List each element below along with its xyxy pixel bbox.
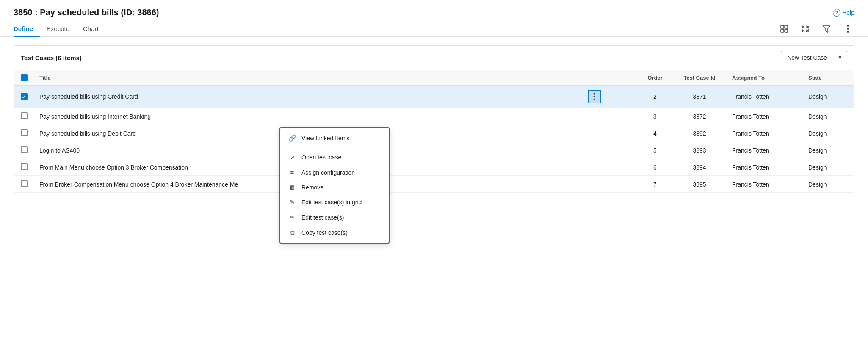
col-header-title: Title xyxy=(34,70,583,86)
ctx-icon-edit: ✏ xyxy=(288,214,296,221)
ctx-label-copy: Copy test case(s) xyxy=(301,229,348,236)
grid-view-button[interactable] xyxy=(777,22,791,36)
col-header-actions xyxy=(583,70,638,86)
row-menu-cell-6 xyxy=(583,176,638,193)
main-content: Test Cases (6 items) New Test Case ▼ − T… xyxy=(0,37,868,202)
row-context-menu-button-1[interactable] xyxy=(588,90,601,103)
row-checkbox-1: ✓ xyxy=(14,86,34,108)
page-title: 3850 : Pay scheduled bills (ID: 3866) xyxy=(14,8,159,17)
row-dots-3 xyxy=(588,132,636,135)
row-dots-2 xyxy=(588,115,636,118)
test-cases-table-wrap: − Title Order Test Case Id Assigned To S… xyxy=(14,70,854,193)
row-test-case-id-5: 3894 xyxy=(672,159,727,176)
row-checkbox-5 xyxy=(14,159,34,176)
row-state-2: Design xyxy=(803,108,854,125)
checkbox-4[interactable] xyxy=(21,146,28,153)
ctx-label-edit-grid: Edit test case(s) in grid xyxy=(301,199,362,206)
col-header-test-case-id: Test Case Id xyxy=(672,70,727,86)
more-options-button[interactable] xyxy=(841,22,854,36)
table-row: Pay scheduled bills using Internet Banki… xyxy=(14,108,854,125)
row-state-6: Design xyxy=(803,176,854,193)
row-menu-cell-4 xyxy=(583,142,638,159)
row-checkbox-2 xyxy=(14,108,34,125)
ctx-divider xyxy=(280,148,389,148)
checkbox-6[interactable] xyxy=(21,180,28,187)
toolbar-icons xyxy=(777,22,854,36)
col-header-checkbox: − xyxy=(14,70,34,86)
test-cases-panel: Test Cases (6 items) New Test Case ▼ − T… xyxy=(14,45,854,193)
new-test-case-label: New Test Case xyxy=(781,51,833,64)
checkbox-5[interactable] xyxy=(21,163,28,170)
ctx-icon-view-linked: 🔗 xyxy=(288,134,296,142)
new-test-case-button[interactable]: New Test Case ▼ xyxy=(781,51,847,64)
context-menu: 🔗View Linked Items↗Open test case≡Assign… xyxy=(279,127,390,244)
row-menu-cell-2 xyxy=(583,108,638,125)
ctx-item-open-test-case[interactable]: ↗Open test case xyxy=(280,150,389,165)
new-test-case-chevron-icon[interactable]: ▼ xyxy=(833,52,847,64)
checkbox-2[interactable] xyxy=(21,112,28,119)
ctx-icon-edit-grid: ✎ xyxy=(288,198,296,206)
svg-rect-0 xyxy=(781,25,784,28)
ctx-item-remove[interactable]: 🗑Remove xyxy=(280,180,389,195)
row-checkbox-3 xyxy=(14,125,34,142)
row-order-1: 2 xyxy=(638,86,672,108)
ctx-label-open-test-case: Open test case xyxy=(301,154,341,161)
row-title-1: Pay scheduled bills using Credit Card xyxy=(34,86,583,108)
row-assigned-to-1: Francis Totten xyxy=(727,86,803,108)
svg-marker-8 xyxy=(823,26,830,32)
ctx-icon-open-test-case: ↗ xyxy=(288,153,296,161)
ctx-item-assign-config[interactable]: ≡Assign configuration xyxy=(280,165,389,180)
svg-point-10 xyxy=(847,28,849,30)
svg-point-13 xyxy=(594,96,595,98)
tab-chart[interactable]: Chart xyxy=(83,21,105,36)
ctx-label-view-linked: View Linked Items xyxy=(301,135,349,142)
help-link[interactable]: ? Help xyxy=(833,9,854,17)
row-state-4: Design xyxy=(803,142,854,159)
tab-execute[interactable]: Execute xyxy=(47,21,76,36)
row-order-4: 5 xyxy=(638,142,672,159)
col-header-assigned-to: Assigned To xyxy=(727,70,803,86)
select-all-checkbox[interactable]: − xyxy=(21,74,28,81)
col-header-state: State xyxy=(803,70,854,86)
row-state-3: Design xyxy=(803,125,854,142)
expand-button[interactable] xyxy=(799,22,812,36)
checkbox-3[interactable] xyxy=(21,129,28,136)
ctx-item-view-linked[interactable]: 🔗View Linked Items xyxy=(280,131,389,146)
svg-point-14 xyxy=(594,99,595,100)
row-state-5: Design xyxy=(803,159,854,176)
row-checkbox-6 xyxy=(14,176,34,193)
ctx-item-edit-grid[interactable]: ✎Edit test case(s) in grid xyxy=(280,195,389,210)
row-test-case-id-6: 3895 xyxy=(672,176,727,193)
row-dots-6 xyxy=(588,183,636,186)
table-header-row: − Title Order Test Case Id Assigned To S… xyxy=(14,70,854,86)
table-row: From Main Menu choose Option 3 Broker Co… xyxy=(14,159,854,176)
table-row: ✓Pay scheduled bills using Credit Card23… xyxy=(14,86,854,108)
filter-button[interactable] xyxy=(820,22,833,36)
row-assigned-to-6: Francis Totten xyxy=(727,176,803,193)
row-menu-cell-1 xyxy=(583,86,638,108)
row-menu-cell-5 xyxy=(583,159,638,176)
row-test-case-id-2: 3872 xyxy=(672,108,727,125)
svg-rect-2 xyxy=(781,29,784,32)
row-checkbox-4 xyxy=(14,142,34,159)
row-test-case-id-1: 3871 xyxy=(672,86,727,108)
row-title-2: Pay scheduled bills using Internet Banki… xyxy=(34,108,583,125)
page: 3850 : Pay scheduled bills (ID: 3866) ? … xyxy=(0,0,868,351)
help-label: Help xyxy=(842,9,854,16)
row-order-3: 4 xyxy=(638,125,672,142)
row-order-2: 3 xyxy=(638,108,672,125)
ctx-label-assign-config: Assign configuration xyxy=(301,169,355,176)
svg-point-12 xyxy=(594,93,595,95)
ctx-item-edit[interactable]: ✏Edit test case(s) xyxy=(280,210,389,225)
checkbox-1[interactable]: ✓ xyxy=(21,93,28,100)
row-test-case-id-4: 3893 xyxy=(672,142,727,159)
tabs-bar: Define Execute Chart xyxy=(0,21,868,37)
ctx-item-copy[interactable]: ⧉Copy test case(s) xyxy=(280,225,389,240)
row-dots-4 xyxy=(588,149,636,152)
test-cases-table-body: ✓Pay scheduled bills using Credit Card23… xyxy=(14,86,854,193)
panel-header: Test Cases (6 items) New Test Case ▼ xyxy=(14,46,854,70)
tab-define[interactable]: Define xyxy=(14,21,40,36)
row-assigned-to-5: Francis Totten xyxy=(727,159,803,176)
svg-point-9 xyxy=(847,25,849,27)
top-bar: 3850 : Pay scheduled bills (ID: 3866) ? … xyxy=(0,0,868,17)
